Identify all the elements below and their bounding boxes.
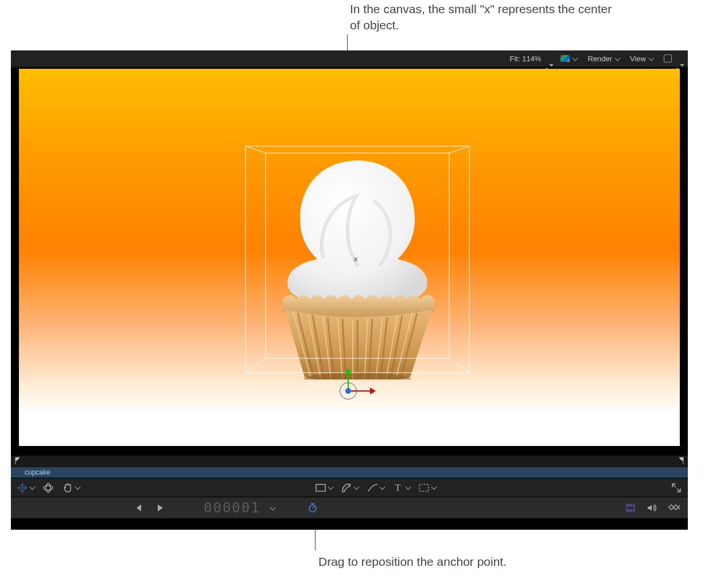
svg-point-15: [44, 486, 53, 490]
toolbar: T: [11, 478, 688, 498]
chevron-down-icon: [76, 483, 80, 492]
updown-arrows-icon: [544, 55, 550, 62]
chevron-down-icon: [406, 483, 410, 492]
view-label: View: [630, 54, 646, 63]
mini-timeline-ruler[interactable]: [11, 455, 688, 467]
render-menu[interactable]: Render: [587, 54, 620, 63]
pen-bezier-icon: [341, 482, 352, 494]
color-swatch-icon: [560, 55, 570, 62]
svg-point-10: [22, 487, 24, 488]
timeline-clip-name: cupcake: [25, 468, 50, 476]
center-marker-x: x: [354, 255, 357, 263]
app-window: Fit: 114% Render View: [11, 50, 688, 530]
mask-rectangle-icon: [418, 482, 430, 494]
viewer-gutter-left: [11, 68, 19, 455]
timecode-display[interactable]: 000001: [204, 500, 260, 516]
out-point-marker-icon[interactable]: [678, 457, 684, 467]
chevron-down-icon: [271, 504, 275, 512]
keyframe-editor-button[interactable]: [668, 502, 680, 514]
paint-stroke-tool[interactable]: [367, 482, 384, 494]
chevron-down-icon: [380, 483, 384, 492]
viewer-top-bar: Fit: 114% Render View: [11, 50, 688, 68]
record-timing-button[interactable]: [307, 502, 318, 514]
rectangle-icon: [315, 482, 326, 494]
cupcake-object[interactable]: [260, 150, 455, 379]
expand-hud-button[interactable]: [671, 482, 682, 494]
in-point-marker-icon[interactable]: [14, 457, 21, 467]
pen-tool[interactable]: [341, 482, 359, 494]
audio-mute-button[interactable]: [647, 502, 658, 514]
zoom-fit-control[interactable]: Fit: 114%: [509, 54, 550, 63]
chevron-down-icon: [30, 483, 34, 492]
view-layout-control[interactable]: [664, 54, 681, 62]
color-channel-control[interactable]: [560, 54, 577, 63]
render-label: Render: [587, 54, 612, 63]
chevron-down-icon: [649, 54, 653, 63]
svg-rect-17: [316, 484, 325, 491]
chevron-down-icon: [616, 54, 620, 63]
go-to-start-button[interactable]: [133, 502, 144, 514]
chevron-down-icon: [432, 483, 436, 492]
anchor-point-gizmo[interactable]: [346, 371, 386, 406]
expand-arrows-icon: [671, 482, 682, 494]
square-icon: [664, 54, 672, 62]
play-icon: [154, 502, 166, 514]
speaker-icon: [647, 502, 658, 514]
svg-line-23: [313, 507, 314, 508]
svg-rect-19: [419, 484, 429, 491]
chevron-down-icon: [329, 483, 333, 492]
hand-icon: [62, 482, 73, 494]
svg-point-18: [349, 483, 351, 485]
view-menu[interactable]: View: [630, 54, 653, 63]
svg-point-16: [46, 483, 50, 492]
anchor-dot-icon[interactable]: [345, 388, 351, 394]
timecode-menu[interactable]: [271, 504, 275, 512]
stopwatch-icon: [307, 502, 318, 514]
pan-tool[interactable]: [62, 482, 80, 494]
svg-rect-33: [678, 505, 680, 510]
play-button[interactable]: [154, 502, 166, 514]
brush-stroke-icon: [367, 482, 378, 494]
canvas[interactable]: x: [19, 69, 680, 446]
zoom-fit-label: Fit: 114%: [509, 54, 541, 63]
rectangle-shape-tool[interactable]: [315, 482, 333, 494]
chevron-down-icon: [355, 483, 359, 492]
chevron-down-icon: [573, 54, 577, 63]
orbit-3d-icon: [42, 482, 54, 494]
mask-rectangle-tool[interactable]: [418, 482, 436, 494]
callout-top: In the canvas, the small "x" represents …: [350, 1, 614, 34]
filmstrip-icon: [625, 502, 636, 514]
text-t-icon: T: [392, 482, 404, 494]
skip-back-icon: [133, 502, 144, 514]
keyframes-icon: [668, 502, 680, 514]
timeline-clip[interactable]: cupcake: [11, 467, 688, 478]
viewer-gutter-right: [680, 68, 688, 455]
3d-transform-tool[interactable]: [42, 482, 54, 494]
show-timeline-button[interactable]: [625, 502, 636, 514]
svg-rect-24: [626, 504, 634, 511]
updown-arrows-icon: [675, 55, 681, 62]
text-tool[interactable]: T: [392, 482, 410, 494]
anchor-point-tool[interactable]: [17, 482, 34, 494]
viewer: x: [11, 68, 688, 455]
transport-bar: 000001: [11, 498, 688, 518]
anchor-target-icon: [17, 482, 28, 494]
callout-bottom: Drag to reposition the anchor point.: [318, 554, 663, 570]
